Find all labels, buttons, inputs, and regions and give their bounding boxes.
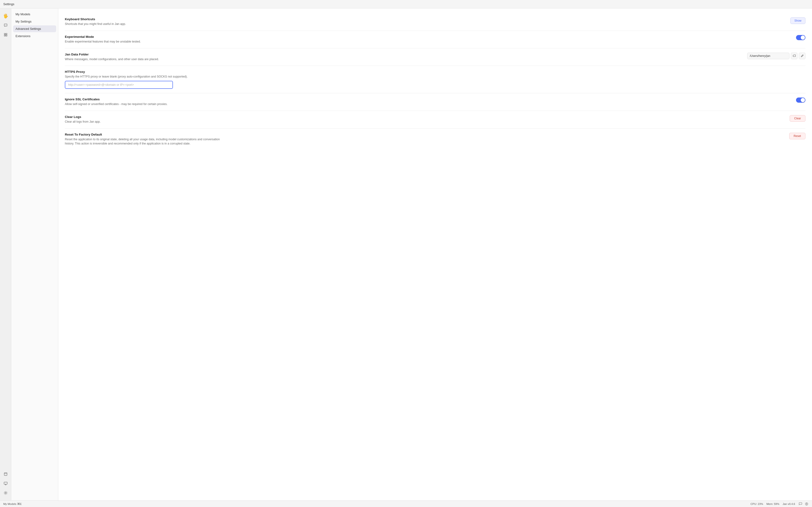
status-bar-right: CPU: 23% Mem: 59% Jan v0.4.6	[750, 502, 809, 506]
monitor-icon[interactable]	[2, 480, 9, 487]
experimental-mode-title: Experimental Mode	[65, 35, 791, 39]
folder-input-wrap: /Users/henry/jan	[747, 53, 805, 59]
jan-data-folder-title: Jan Data Folder	[65, 53, 743, 56]
clear-logs-info: Clear Logs Clear all logs from Jan app.	[65, 115, 785, 124]
my-models-shortcut: My Models ⌘E	[3, 503, 21, 505]
reset-factory-desc: Reset the application to its original st…	[65, 137, 229, 146]
sidebar-item-extensions[interactable]: Extensions	[13, 33, 56, 40]
github-icon[interactable]	[805, 502, 809, 506]
keyboard-shortcuts-title: Keyboard Shortcuts	[65, 17, 786, 21]
version-display: Jan v0.4.6	[782, 503, 795, 505]
svg-rect-6	[4, 482, 7, 484]
show-shortcuts-button[interactable]: Show	[791, 17, 805, 24]
ignore-ssl-section: Ignore SSL Certificates Allow self-signe…	[65, 93, 805, 111]
https-proxy-input[interactable]	[65, 81, 173, 89]
jan-data-folder-info: Jan Data Folder Where messages, model co…	[65, 53, 743, 62]
ignore-ssl-title: Ignore SSL Certificates	[65, 98, 791, 101]
https-proxy-desc: Specify the HTTPS proxy or leave blank (…	[65, 74, 188, 79]
sidebar-item-my-models[interactable]: My Models	[13, 11, 56, 18]
svg-rect-0	[4, 33, 5, 35]
app-header: Settings	[0, 0, 812, 8]
sidebar-item-advanced-settings[interactable]: Advanced Settings	[13, 25, 56, 32]
svg-point-9	[5, 493, 6, 494]
svg-rect-3	[6, 35, 7, 36]
https-proxy-section: HTTPS Proxy Specify the HTTPS proxy or l…	[65, 66, 805, 93]
clear-logs-title: Clear Logs	[65, 115, 785, 119]
experimental-mode-desc: Enable experimental features that may be…	[65, 40, 229, 44]
keyboard-shortcuts-section: Keyboard Shortcuts Shortcuts that you mi…	[65, 13, 805, 31]
status-bar-left: My Models ⌘E	[3, 502, 21, 506]
hand-icon[interactable]: 🖐	[2, 12, 9, 20]
open-folder-button[interactable]	[791, 53, 798, 59]
svg-rect-4	[4, 473, 7, 475]
nav-sidebar: My Models My Settings Advanced Settings …	[11, 8, 58, 500]
https-proxy-info: HTTPS Proxy Specify the HTTPS proxy or l…	[65, 70, 188, 89]
keyboard-shortcuts-desc: Shortcuts that you might find useful in …	[65, 22, 229, 26]
https-proxy-title: HTTPS Proxy	[65, 70, 188, 73]
folder-path-display: /Users/henry/jan	[747, 53, 790, 59]
status-bar: My Models ⌘E CPU: 23% Mem: 59% Jan v0.4.…	[0, 500, 812, 507]
reset-factory-section: Reset To Factory Default Reset the appli…	[65, 128, 805, 150]
reset-factory-title: Reset To Factory Default	[65, 133, 785, 136]
reset-factory-button[interactable]: Reset	[789, 133, 805, 139]
clear-logs-button[interactable]: Clear	[790, 115, 805, 122]
jan-data-folder-section: Jan Data Folder Where messages, model co…	[65, 48, 805, 66]
panel-icon[interactable]	[2, 470, 9, 478]
icon-sidebar: 🖐	[0, 8, 11, 500]
svg-rect-1	[6, 33, 7, 35]
ignore-ssl-info: Ignore SSL Certificates Allow self-signe…	[65, 98, 791, 106]
mem-display: Mem: 59%	[766, 503, 779, 505]
jan-data-folder-desc: Where messages, model configurations, an…	[65, 57, 229, 62]
svg-rect-2	[4, 35, 5, 36]
experimental-mode-section: Experimental Mode Enable experimental fe…	[65, 31, 805, 48]
gear-icon[interactable]	[2, 489, 9, 497]
sidebar-item-my-settings[interactable]: My Settings	[13, 18, 56, 25]
app-title: Settings	[3, 2, 14, 6]
reset-factory-info: Reset To Factory Default Reset the appli…	[65, 133, 785, 146]
edit-folder-button[interactable]	[799, 53, 805, 59]
keyboard-shortcuts-info: Keyboard Shortcuts Shortcuts that you mi…	[65, 17, 786, 26]
clear-logs-section: Clear Logs Clear all logs from Jan app. …	[65, 111, 805, 128]
cpu-display: CPU: 23%	[750, 503, 763, 505]
clear-logs-desc: Clear all logs from Jan app.	[65, 120, 229, 124]
experimental-mode-toggle[interactable]	[796, 35, 805, 40]
grid-icon[interactable]	[2, 31, 9, 39]
chat-icon[interactable]	[2, 21, 9, 29]
svg-point-11	[806, 503, 807, 504]
ignore-ssl-toggle[interactable]	[796, 98, 805, 103]
discord-icon[interactable]	[798, 502, 803, 506]
experimental-mode-info: Experimental Mode Enable experimental fe…	[65, 35, 791, 44]
main-content: Keyboard Shortcuts Shortcuts that you mi…	[58, 8, 812, 500]
ignore-ssl-desc: Allow self-signed or unverified certific…	[65, 102, 229, 106]
